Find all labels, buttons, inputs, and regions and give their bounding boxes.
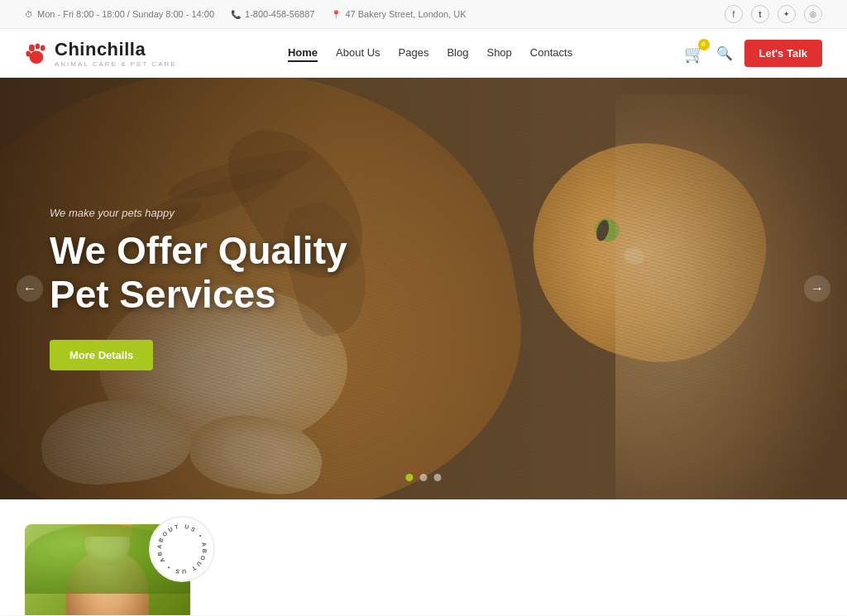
phone-info: 📞 1-800-458-56887 (231, 9, 314, 19)
carousel-dot-3[interactable] (434, 474, 442, 481)
nav-contacts[interactable]: Contacts (530, 46, 572, 60)
svg-point-4 (30, 50, 44, 63)
hero-section: We make your pets happy We Offer Quality… (0, 78, 847, 499)
twitter-icon[interactable]: t (751, 5, 769, 23)
instagram-icon[interactable]: ◎ (804, 5, 822, 23)
main-nav: Home About Us Pages Blog Shop Contacts (288, 46, 572, 60)
svg-point-0 (29, 44, 35, 50)
hero-tagline: We make your pets happy (50, 207, 847, 219)
schedule-info: ⏱ Mon - Fri 8:00 - 18:00 / Sunday 8:00 -… (25, 9, 214, 19)
top-bar-left: ⏱ Mon - Fri 8:00 - 18:00 / Sunday 8:00 -… (25, 9, 467, 19)
hero-title: We Offer Quality Pet Services (50, 229, 397, 317)
nav-blog[interactable]: Blog (447, 46, 468, 60)
top-bar: ⏱ Mon - Fri 8:00 - 18:00 / Sunday 8:00 -… (0, 0, 847, 29)
lets-talk-button[interactable]: Let's Talk (744, 40, 822, 67)
svg-point-2 (41, 45, 45, 50)
cart-badge: 0 (698, 39, 710, 50)
star-social-icon[interactable]: ✦ (778, 5, 796, 23)
about-circle-text: ABOUT US • ABOUT US • ABOUT US • (153, 520, 211, 578)
svg-text:ABOUT US • ABOUT US • ABOUT US: ABOUT US • ABOUT US • ABOUT US • (153, 520, 208, 575)
phone-icon: 📞 (231, 10, 241, 19)
carousel-next-button[interactable]: → (804, 275, 830, 302)
logo-title: Chinchilla (55, 39, 177, 60)
cart-button[interactable]: 🛒 0 (684, 44, 705, 64)
carousel-dot-1[interactable] (406, 474, 414, 481)
nav-pages[interactable]: Pages (399, 46, 429, 60)
address-info: 📍 47 Bakery Street, London, UK (331, 9, 466, 19)
address-text: 47 Bakery Street, London, UK (345, 9, 466, 19)
location-icon: 📍 (331, 10, 341, 19)
logo-subtitle: Animal Care & Pet Care (55, 60, 177, 68)
phone-text: 1-800-458-56887 (245, 9, 314, 19)
schedule-text: Mon - Fri 8:00 - 18:00 / Sunday 8:00 - 1… (37, 9, 214, 19)
header-actions: 🛒 0 🔍 Let's Talk (684, 40, 822, 67)
below-hero-section: ABOUT US • ABOUT US • ABOUT US • (0, 499, 847, 615)
nav-about[interactable]: About Us (336, 46, 380, 60)
carousel-dots (406, 474, 442, 481)
logo-text: Chinchilla Animal Care & Pet Care (55, 39, 177, 68)
search-button[interactable]: 🔍 (716, 45, 733, 61)
main-header: Chinchilla Animal Care & Pet Care Home A… (0, 29, 847, 78)
carousel-dot-2[interactable] (420, 474, 428, 481)
carousel-prev-button[interactable]: ← (17, 275, 43, 302)
about-image-wrap: ABOUT US • ABOUT US • ABOUT US • (25, 524, 207, 615)
about-circle-badge: ABOUT US • ABOUT US • ABOUT US • (149, 516, 215, 582)
hero-cta-button[interactable]: More Details (50, 340, 153, 370)
nav-shop[interactable]: Shop (486, 46, 511, 60)
svg-point-1 (36, 43, 41, 49)
paw-icon (25, 42, 48, 65)
hero-content: We make your pets happy We Offer Quality… (0, 78, 847, 499)
clock-icon: ⏱ (25, 10, 33, 19)
facebook-icon[interactable]: f (725, 5, 743, 23)
social-links: f t ✦ ◎ (725, 5, 822, 23)
logo[interactable]: Chinchilla Animal Care & Pet Care (25, 39, 177, 68)
nav-home[interactable]: Home (288, 46, 318, 60)
